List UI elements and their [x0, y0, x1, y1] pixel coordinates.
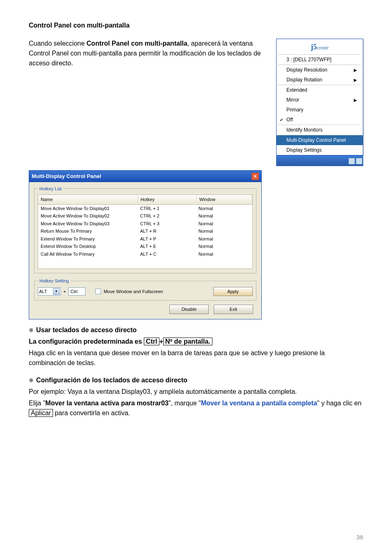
table-row[interactable]: Extend Window To DesktopALT + ENormal [38, 243, 252, 250]
cell-window: Normal [196, 227, 252, 235]
system-tray [276, 155, 363, 166]
menu-logo: j5create [277, 39, 363, 54]
cell-name: Extend Window To Primary [38, 235, 138, 243]
table-row[interactable]: Return Mouse To PrimaryALT + RNormal [38, 227, 252, 235]
cell-window: Normal [196, 235, 252, 243]
col-name[interactable]: Name [38, 195, 138, 204]
key-input[interactable]: Ctrl [68, 287, 85, 296]
hotkey-list-legend: Hotkey List [38, 185, 63, 192]
context-menu-screenshot: j5create 3 : [DELL 2707WFP] Display Reso… [276, 39, 363, 166]
cell-hotkey: ALT + E [138, 243, 196, 250]
menu-rotation[interactable]: Display Rotation▶ [277, 75, 363, 85]
cell-hotkey: CTRL + 1 [138, 205, 196, 213]
body-text: Por ejemplo: Vaya a la ventana Display03… [29, 387, 363, 397]
table-row[interactable]: Move Active Window To Display03CTRL + 3N… [38, 220, 252, 228]
menu-extended[interactable]: Extended [277, 85, 363, 95]
cell-window: Normal [196, 220, 252, 228]
intro-paragraph: Cuando seleccione Control Panel con mult… [29, 39, 268, 68]
submenu-arrow-icon: ▶ [354, 77, 357, 83]
multi-display-control-panel-dialog: Multi-Display Control Panel × Hotkey Lis… [29, 170, 262, 319]
body-text: Elija "Mover la ventana activa para most… [29, 398, 363, 418]
modifier-select[interactable]: ALT ▼ [38, 287, 61, 296]
table-header: Name Hotkey Window [38, 194, 253, 205]
table-row[interactable]: Move Active Window To Display02CTRL + 2N… [38, 212, 252, 220]
body-text: Haga clic en la ventana que desee mover … [29, 348, 363, 368]
chevron-down-icon: ▼ [53, 288, 60, 295]
cell-window: Normal [196, 250, 252, 258]
col-hotkey[interactable]: Hotkey [138, 195, 197, 204]
cell-name: Return Mouse To Primary [38, 227, 138, 235]
apply-button[interactable]: Apply [213, 287, 253, 296]
tray-icon [348, 158, 355, 164]
hotkey-setting-legend: Hotkey Setting [38, 278, 71, 284]
fullscreen-checkbox[interactable] [95, 289, 101, 294]
exit-button[interactable]: Exit [214, 305, 253, 314]
cell-window: Normal [196, 212, 252, 220]
submenu-arrow-icon: ▶ [354, 97, 357, 103]
cell-window: Normal [196, 205, 252, 213]
cell-hotkey: CTRL + 3 [138, 220, 196, 228]
disable-button[interactable]: Disable [169, 305, 209, 314]
cell-hotkey: ALT + C [138, 250, 196, 258]
section-title: Control Panel con multi-pantalla [29, 21, 363, 30]
menu-off[interactable]: Off [277, 115, 363, 125]
menu-display-settings[interactable]: Display Settings [277, 145, 363, 155]
table-row[interactable]: Move Active Window To Display01CTRL + 1N… [38, 205, 252, 213]
cell-hotkey: ALT + P [138, 235, 196, 243]
close-icon[interactable]: × [251, 173, 259, 180]
cell-name: Move Active Window To Display01 [38, 205, 138, 213]
cell-name: Call All Window To Primary [38, 250, 138, 258]
submenu-arrow-icon: ▶ [354, 67, 357, 73]
default-config-line: La configuración predeterminada es Ctrl+… [29, 337, 363, 347]
cell-name: Move Active Window To Display03 [38, 220, 138, 228]
fullscreen-checkbox-label: Move Window and Fullscreen [104, 288, 163, 295]
intro-text: Cuando seleccione [29, 40, 87, 47]
cell-window: Normal [196, 243, 252, 250]
menu-resolution[interactable]: Display Resolution▶ [277, 65, 363, 75]
section-heading: ※Usar teclados de acceso directo [29, 325, 363, 335]
cell-name: Move Active Window To Display02 [38, 212, 138, 220]
tray-icon [356, 158, 362, 164]
menu-primary[interactable]: Primary [277, 105, 363, 115]
page-number: 36 [356, 533, 363, 542]
cell-hotkey: ALT + R [138, 227, 196, 235]
cell-hotkey: CTRL + 2 [138, 212, 196, 220]
cell-name: Extend Window To Desktop [38, 243, 138, 250]
menu-display-id[interactable]: 3 : [DELL 2707WFP] [277, 55, 363, 65]
table-row[interactable]: Extend Window To PrimaryALT + PNormal [38, 235, 252, 243]
intro-bold: Control Panel con multi-pantalla [87, 40, 187, 47]
menu-mirror[interactable]: Mirror▶ [277, 95, 363, 105]
plus-label: + [63, 288, 66, 295]
section-heading: ※Configuración de los teclados de acceso… [29, 375, 363, 385]
table-row[interactable]: Call All Window To PrimaryALT + CNormal [38, 250, 252, 258]
menu-identify[interactable]: Identify Monitors [277, 125, 363, 135]
dialog-title: Multi-Display Control Panel [32, 172, 101, 180]
hotkey-table-body: Move Active Window To Display01CTRL + 1N… [38, 205, 253, 269]
col-window[interactable]: Window [197, 195, 252, 204]
menu-multi-display-control-panel[interactable]: Multi-Display Control Panel [277, 135, 363, 145]
